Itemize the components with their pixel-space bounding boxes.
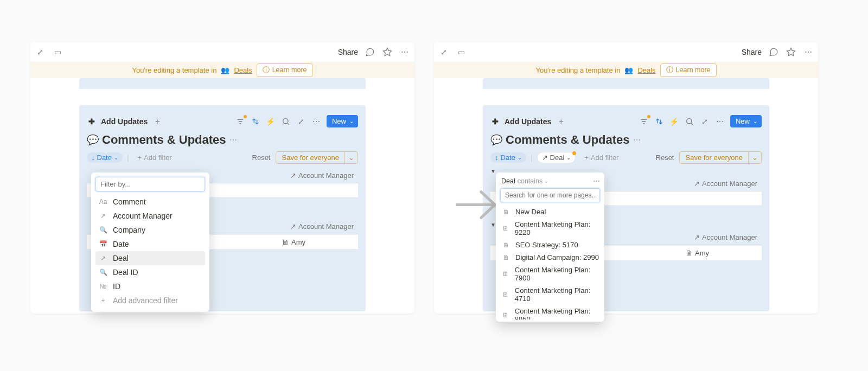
filter-option-label: Comment — [113, 197, 146, 206]
more-icon[interactable]: ⋯ — [399, 47, 410, 57]
share-button[interactable]: Share — [338, 48, 358, 56]
learn-more-button[interactable]: ⓘ Learn more — [660, 63, 717, 77]
filter-option-label: Deal ID — [113, 268, 138, 277]
deal-option[interactable]: 🗎Digital Ad Campaign: 2990 — [500, 251, 602, 264]
chevron-down-icon: ⌄ — [518, 155, 522, 161]
search-icon[interactable] — [685, 117, 694, 126]
sort-icon[interactable] — [251, 117, 260, 126]
reset-button[interactable]: Reset — [252, 153, 271, 162]
filter-option-comment[interactable]: AaComment — [95, 195, 205, 209]
filter-option-deal[interactable]: ↗Deal — [95, 251, 205, 265]
deal-search-input[interactable] — [500, 188, 600, 202]
filter-icon[interactable] — [639, 117, 649, 126]
expand-db-icon[interactable]: ⤢ — [296, 117, 306, 126]
info-icon: ⓘ — [666, 66, 673, 75]
chevron-down-icon[interactable]: ⌄ — [344, 152, 358, 163]
filter-option-account-manager[interactable]: ↗Account Manager — [95, 209, 205, 223]
sort-icon[interactable] — [654, 117, 664, 126]
add-advanced-filter-button[interactable]: +Add advanced filter — [95, 293, 205, 308]
date-sort-pill[interactable]: ↓ Date ⌄ — [87, 152, 123, 163]
deal-option[interactable]: 🗎Content Marketing Plan: 4710 — [500, 284, 602, 305]
expand-icon[interactable]: ⤢ — [35, 47, 46, 57]
deal-option-label: Digital Ad Campaign: 2990 — [515, 253, 599, 261]
filter-property-popover: AaComment↗Account Manager🔍Company📅Date↗D… — [91, 172, 209, 312]
view-tab[interactable]: Add Updates — [505, 117, 551, 126]
deal-option[interactable]: 🗎Content Marketing Plan: 7900 — [500, 264, 602, 284]
svg-point-10 — [687, 118, 692, 123]
save-for-everyone-button[interactable]: Save for everyone ⌄ — [276, 151, 358, 164]
property-type-icon: 📅 — [99, 240, 107, 248]
filter-option-label: Deal — [113, 254, 129, 263]
date-sort-pill[interactable]: ↓ Date ⌄ — [490, 152, 526, 163]
db-title[interactable]: Comments & Updates — [506, 133, 630, 147]
banner-deals-link[interactable]: Deals — [234, 66, 252, 74]
deal-option[interactable]: 🗎Content Marketing Plan: 8950 — [500, 305, 602, 319]
db-more-icon[interactable]: ⋯ — [311, 117, 321, 126]
expand-db-icon[interactable]: ⤢ — [700, 117, 710, 126]
new-button[interactable]: New ⌄ — [730, 115, 762, 127]
page-icon: 🗎 — [502, 311, 509, 319]
filter-option-id[interactable]: №ID — [95, 279, 205, 293]
star-icon[interactable] — [382, 47, 393, 57]
display-mode-icon[interactable]: ▭ — [456, 47, 467, 57]
deal-option[interactable]: 🗎SEO Strategy: 5170 — [500, 239, 602, 251]
view-tab[interactable]: Add Updates — [101, 117, 148, 126]
deal-option-label: Content Marketing Plan: 8950 — [515, 307, 600, 319]
bolt-icon[interactable]: ⚡ — [266, 117, 276, 126]
db-title-more-icon[interactable]: ⋯ — [633, 136, 641, 144]
plus-icon: + — [138, 153, 142, 162]
deal-option-label: New Deal — [515, 208, 546, 216]
filter-more-icon[interactable]: ⋯ — [593, 177, 600, 185]
svg-point-4 — [283, 118, 288, 123]
filter-option-label: ID — [113, 282, 120, 291]
property-type-icon: ↗ — [99, 254, 107, 262]
filter-option-date[interactable]: 📅Date — [95, 237, 205, 251]
column-account-manager[interactable]: ↗ Account Manager — [694, 233, 762, 241]
filter-search-input[interactable] — [95, 177, 205, 191]
add-filter-button[interactable]: + Add filter — [133, 152, 176, 163]
topbar: ⤢ ▭ Share ⋯ — [434, 42, 818, 62]
panel-right: ⤢ ▭ Share ⋯ You're editing a template in… — [434, 42, 818, 314]
reset-button[interactable]: Reset — [656, 153, 674, 162]
deal-filter-pill[interactable]: ↗ Deal ⌄ — [537, 152, 576, 163]
star-icon[interactable] — [786, 47, 796, 57]
filter-option-company[interactable]: 🔍Company — [95, 223, 205, 237]
save-for-everyone-button[interactable]: Save for everyone ⌄ — [679, 151, 762, 164]
expand-icon[interactable]: ⤢ — [438, 47, 449, 57]
comments-icon[interactable] — [768, 47, 779, 57]
db-title[interactable]: Comments & Updates — [102, 133, 226, 147]
comments-icon[interactable] — [365, 47, 375, 57]
chevron-down-icon[interactable]: ⌄ — [748, 152, 761, 163]
share-button[interactable]: Share — [742, 48, 762, 56]
filter-option-deal-id[interactable]: 🔍Deal ID — [95, 265, 205, 279]
search-icon[interactable] — [281, 117, 291, 126]
deal-option[interactable]: 🗎Content Marketing Plan: 9220 — [500, 218, 602, 239]
db-title-more-icon[interactable]: ⋯ — [229, 136, 237, 144]
deal-option[interactable]: 🗎New Deal — [500, 206, 602, 218]
db-title-emoji: 💬 — [490, 134, 502, 146]
property-type-icon: 🔍 — [99, 226, 107, 234]
banner-deals-link[interactable]: Deals — [637, 66, 655, 74]
deal-filter-popover: Deal contains ⌄ ⋯ 🗎New Deal🗎Content Mark… — [496, 172, 604, 322]
page-icon: 🗎 — [502, 225, 509, 232]
plus-icon: + — [99, 297, 107, 304]
group-toggle-icon[interactable]: ▼ — [490, 168, 496, 174]
page-icon: 🗎 — [502, 208, 510, 216]
bolt-icon[interactable]: ⚡ — [669, 117, 679, 126]
panel-left: ⤢ ▭ Share ⋯ You're editing a template in… — [30, 42, 414, 314]
add-view-button[interactable]: + — [556, 116, 566, 127]
column-account-manager[interactable]: ↗ Account Manager — [290, 171, 358, 180]
db-more-icon[interactable]: ⋯ — [715, 117, 725, 126]
display-mode-icon[interactable]: ▭ — [52, 47, 63, 57]
filter-icon[interactable] — [235, 117, 245, 126]
learn-more-button[interactable]: ⓘ Learn more — [257, 63, 313, 77]
add-filter-button[interactable]: + Add filter — [580, 152, 623, 163]
page-icon: 🗎 — [282, 238, 289, 246]
add-view-button[interactable]: + — [152, 116, 163, 127]
arrow-down-icon: ↓ — [91, 153, 95, 162]
new-button[interactable]: New ⌄ — [327, 115, 358, 127]
column-account-manager[interactable]: ↗ Account Manager — [694, 180, 762, 188]
column-account-manager[interactable]: ↗ Account Manager — [290, 222, 358, 231]
filter-mode-button[interactable]: contains ⌄ — [518, 177, 549, 185]
more-icon[interactable]: ⋯ — [803, 47, 814, 57]
